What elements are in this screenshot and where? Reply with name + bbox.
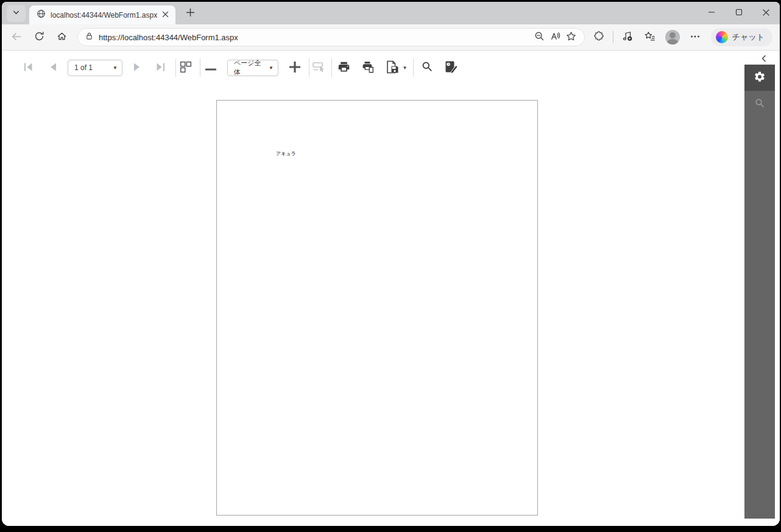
window-close-button[interactable] (752, 2, 780, 24)
first-page-button[interactable] (23, 62, 34, 74)
print-page-button[interactable] (361, 60, 375, 76)
collapse-chevron-icon (760, 55, 768, 64)
prev-page-icon (49, 62, 57, 74)
sidebar-search-button[interactable] (744, 91, 775, 117)
extensions-button[interactable] (590, 29, 607, 46)
zoom-plus-icon (289, 62, 300, 74)
home-icon (57, 31, 67, 43)
search-icon (421, 60, 434, 75)
first-page-icon (23, 62, 34, 74)
zoom-out-icon (534, 31, 545, 43)
settings-more-button[interactable] (687, 29, 704, 46)
refresh-button[interactable] (30, 29, 48, 46)
print-page-icon (361, 60, 375, 76)
select-tool-icon (313, 61, 326, 75)
toolbar-divider (175, 59, 176, 77)
window-minimize-button[interactable] (698, 2, 725, 24)
url-text[interactable]: https://localhost:44344/WebForm1.aspx (99, 33, 532, 42)
read-aloud-icon (550, 31, 560, 43)
chevron-down-icon: ▼ (269, 65, 274, 71)
annotate-icon (445, 60, 459, 76)
minimize-icon (708, 9, 715, 18)
print-icon (337, 60, 350, 75)
media-icon (621, 30, 633, 44)
navbar-divider (613, 31, 613, 43)
collections-icon (644, 30, 656, 44)
browser-viewport: 1 of 1 ▼ (2, 51, 780, 526)
print-button[interactable] (337, 60, 350, 75)
globe-icon (37, 9, 46, 21)
navigation-bar: https://localhost:44344/WebForm1.aspx (2, 24, 780, 51)
new-tab-button[interactable] (182, 5, 199, 22)
copilot-label: チャット (732, 32, 765, 43)
last-page-icon (155, 62, 166, 74)
maximize-icon (735, 9, 743, 18)
toolbar-divider (200, 59, 200, 77)
search-button[interactable] (420, 60, 434, 75)
page-indicator-value: 1 of 1 (74, 63, 108, 72)
multipage-view-icon (180, 61, 192, 75)
lock-icon (85, 32, 93, 43)
copilot-logo (716, 31, 728, 43)
report-page: アキュラ (216, 100, 538, 516)
back-button[interactable] (8, 29, 25, 46)
extensions-icon (593, 31, 604, 44)
zoom-in-button[interactable] (289, 62, 300, 74)
copilot-chat-button[interactable]: チャット (711, 28, 772, 46)
avatar (665, 30, 680, 44)
close-icon (762, 9, 770, 18)
tab-title: localhost:44344/WebForm1.aspx (51, 11, 160, 20)
zoom-mode-value: ページ全体 (234, 59, 264, 77)
prev-page-button[interactable] (48, 62, 58, 74)
profile-button[interactable] (664, 29, 681, 46)
page-indicator-select[interactable]: 1 of 1 ▼ (68, 60, 122, 76)
star-icon (566, 31, 576, 43)
toolbar-divider (331, 59, 332, 77)
media-controls-button[interactable] (619, 29, 636, 46)
refresh-icon (34, 31, 44, 43)
tab-search-button[interactable] (7, 5, 26, 22)
toolbar-divider (413, 59, 414, 77)
plus-icon (186, 8, 195, 19)
select-tool-button[interactable] (312, 61, 327, 75)
report-viewer-toolbar: 1 of 1 ▼ (2, 59, 459, 77)
toolbar-divider (309, 59, 309, 77)
next-page-button[interactable] (132, 62, 142, 74)
home-button[interactable] (53, 29, 70, 46)
zoom-minus-icon (205, 63, 216, 73)
tab-close-button[interactable] (160, 10, 171, 21)
report-text: アキュラ (276, 151, 296, 157)
export-icon (386, 60, 400, 76)
chevron-down-icon (12, 9, 20, 18)
tab-strip: localhost:44344/WebForm1.aspx (2, 2, 780, 24)
browser-window: localhost:44344/WebForm1.aspx (2, 2, 780, 526)
chevron-down-icon: ▼ (113, 65, 118, 71)
export-button[interactable]: ▼ (386, 60, 406, 76)
zoom-mode-select[interactable]: ページ全体 ▼ (227, 60, 278, 76)
back-icon (11, 31, 22, 44)
window-maximize-button[interactable] (725, 2, 752, 24)
more-icon (690, 32, 700, 43)
multipage-view-button[interactable] (179, 61, 193, 75)
collections-button[interactable] (641, 29, 659, 46)
sidebar-settings-button[interactable] (744, 65, 775, 91)
next-page-icon (133, 62, 141, 74)
zoom-out-button[interactable] (205, 63, 216, 73)
close-icon (162, 10, 169, 20)
browser-tab-active[interactable]: localhost:44344/WebForm1.aspx (29, 5, 175, 24)
last-page-button[interactable] (155, 62, 166, 74)
sidebar-collapse-button[interactable] (758, 54, 770, 64)
page-zoom-button[interactable] (532, 29, 548, 45)
chevron-down-icon: ▼ (403, 65, 408, 71)
viewer-sidebar (744, 65, 775, 519)
gear-icon (754, 71, 766, 85)
annotate-button[interactable] (444, 60, 459, 76)
favorite-button[interactable] (564, 29, 579, 45)
sidebar-search-icon (754, 98, 766, 111)
read-aloud-button[interactable] (548, 29, 564, 45)
address-bar[interactable]: https://localhost:44344/WebForm1.aspx (77, 28, 585, 46)
